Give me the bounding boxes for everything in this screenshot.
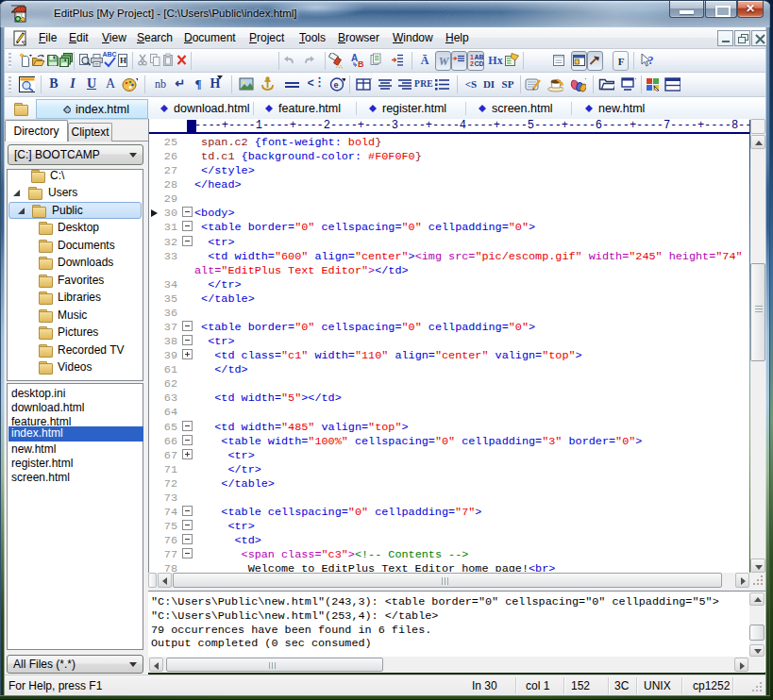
svg-text:e: e: [334, 80, 339, 90]
svg-text:B: B: [358, 59, 364, 69]
svg-text:?: ?: [648, 54, 654, 67]
svg-text:H: H: [120, 56, 126, 65]
